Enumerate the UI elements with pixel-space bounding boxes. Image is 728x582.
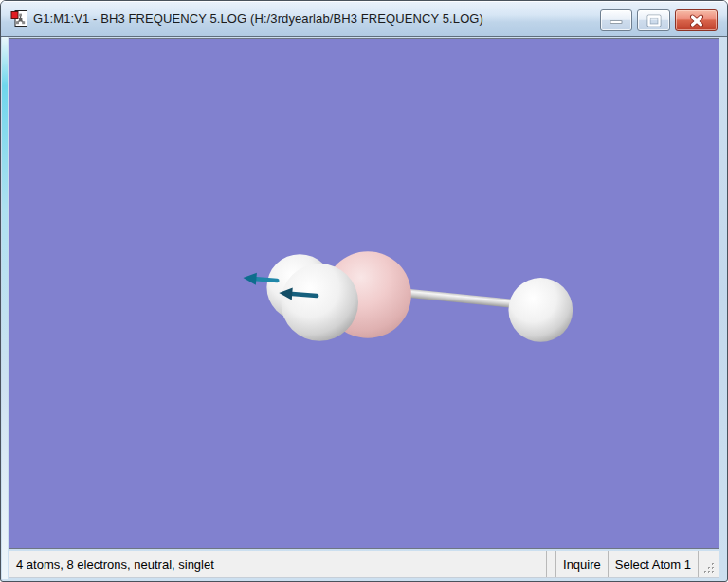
bond-B-H[interactable] xyxy=(405,289,519,309)
status-panel-blank xyxy=(546,551,555,577)
close-icon xyxy=(689,14,703,27)
atom-H[interactable] xyxy=(508,278,573,342)
molecule-viewport[interactable] xyxy=(9,38,719,549)
gaussview-window: G1:M1:V1 - BH3 FREQUENCY 5.LOG (H:/3rdye… xyxy=(0,0,728,582)
gaussview-document-icon xyxy=(10,9,28,27)
window-controls xyxy=(600,9,718,31)
status-panel-select-atom: Select Atom 1 xyxy=(608,551,698,577)
maximize-button[interactable] xyxy=(637,9,670,31)
atom-H[interactable] xyxy=(281,264,358,341)
statusbar: 4 atoms, 8 electrons, neutral, singlet I… xyxy=(9,551,719,578)
resize-grip[interactable] xyxy=(698,551,719,577)
maximize-icon xyxy=(647,15,660,26)
status-panel-inquire: Inquire xyxy=(555,551,608,577)
resize-grip-icon xyxy=(703,562,716,574)
titlebar[interactable]: G1:M1:V1 - BH3 FREQUENCY 5.LOG (H:/3rdye… xyxy=(1,1,727,37)
window-title: G1:M1:V1 - BH3 FREQUENCY 5.LOG (H:/3rdye… xyxy=(33,11,483,27)
molecule-canvas[interactable] xyxy=(9,39,719,548)
close-button[interactable] xyxy=(675,9,718,31)
molecule-summary: 4 atoms, 8 electrons, neutral, singlet xyxy=(9,551,546,577)
minimize-icon xyxy=(610,20,623,24)
minimize-button[interactable] xyxy=(600,9,632,31)
